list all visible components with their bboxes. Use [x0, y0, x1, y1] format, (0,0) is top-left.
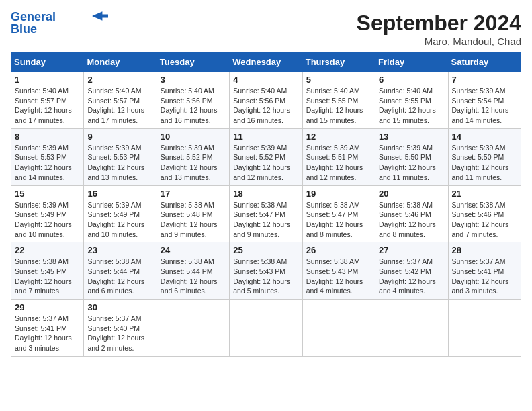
day-info: Sunrise: 5:39 AM Sunset: 5:49 PM Dayligh… — [87, 200, 152, 240]
day-number: 26 — [306, 245, 371, 255]
day-number: 6 — [379, 75, 444, 85]
day-info: Sunrise: 5:39 AM Sunset: 5:49 PM Dayligh… — [15, 200, 80, 240]
day-info: Sunrise: 5:37 AM Sunset: 5:41 PM Dayligh… — [15, 314, 80, 353]
logo: General Blue — [11, 11, 108, 36]
calendar-cell: 3Sunrise: 5:40 AM Sunset: 5:56 PM Daylig… — [157, 72, 229, 129]
calendar-cell: 20Sunrise: 5:38 AM Sunset: 5:46 PM Dayli… — [375, 185, 448, 242]
calendar-body: 1Sunrise: 5:40 AM Sunset: 5:57 PM Daylig… — [11, 72, 521, 357]
calendar-cell: 21Sunrise: 5:38 AM Sunset: 5:46 PM Dayli… — [448, 185, 521, 242]
day-info: Sunrise: 5:38 AM Sunset: 5:46 PM Dayligh… — [452, 200, 517, 240]
day-info: Sunrise: 5:40 AM Sunset: 5:56 PM Dayligh… — [161, 86, 226, 126]
calendar-cell: 15Sunrise: 5:39 AM Sunset: 5:49 PM Dayli… — [11, 185, 84, 242]
day-number: 24 — [161, 245, 226, 255]
day-number: 14 — [452, 132, 517, 142]
weekday-header-monday: Monday — [84, 53, 157, 72]
day-info: Sunrise: 5:38 AM Sunset: 5:44 PM Dayligh… — [87, 257, 152, 296]
day-info: Sunrise: 5:38 AM Sunset: 5:47 PM Dayligh… — [233, 200, 298, 240]
calendar-cell: 29Sunrise: 5:37 AM Sunset: 5:41 PM Dayli… — [11, 300, 84, 357]
day-info: Sunrise: 5:38 AM Sunset: 5:43 PM Dayligh… — [233, 257, 298, 296]
day-number: 20 — [379, 189, 444, 199]
day-number: 1 — [15, 75, 80, 85]
calendar-cell: 13Sunrise: 5:39 AM Sunset: 5:50 PM Dayli… — [375, 128, 448, 185]
calendar-cell: 17Sunrise: 5:38 AM Sunset: 5:48 PM Dayli… — [157, 185, 229, 242]
day-number: 22 — [15, 245, 80, 255]
calendar-cell: 25Sunrise: 5:38 AM Sunset: 5:43 PM Dayli… — [230, 242, 302, 300]
day-info: Sunrise: 5:38 AM Sunset: 5:47 PM Dayligh… — [306, 200, 371, 240]
day-number: 7 — [452, 75, 517, 85]
day-number: 15 — [15, 189, 80, 199]
title-area: September 2024 Maro, Mandoul, Chad — [357, 11, 521, 47]
day-info: Sunrise: 5:38 AM Sunset: 5:44 PM Dayligh… — [161, 257, 226, 296]
calendar-cell: 12Sunrise: 5:39 AM Sunset: 5:51 PM Dayli… — [302, 128, 375, 185]
calendar-cell: 14Sunrise: 5:39 AM Sunset: 5:50 PM Dayli… — [448, 128, 521, 185]
day-info: Sunrise: 5:39 AM Sunset: 5:54 PM Dayligh… — [452, 86, 517, 126]
weekday-header-wednesday: Wednesday — [230, 53, 302, 72]
day-number: 4 — [233, 75, 298, 85]
day-number: 27 — [379, 245, 444, 255]
calendar-cell — [302, 300, 375, 357]
calendar-cell: 27Sunrise: 5:37 AM Sunset: 5:42 PM Dayli… — [375, 242, 448, 300]
day-number: 18 — [233, 189, 298, 199]
weekday-header-sunday: Sunday — [11, 53, 84, 72]
day-number: 5 — [306, 75, 371, 85]
day-number: 17 — [161, 189, 226, 199]
day-info: Sunrise: 5:40 AM Sunset: 5:55 PM Dayligh… — [379, 86, 444, 126]
day-number: 8 — [15, 132, 80, 142]
day-number: 19 — [306, 189, 371, 199]
day-info: Sunrise: 5:39 AM Sunset: 5:50 PM Dayligh… — [379, 143, 444, 183]
calendar-cell: 4Sunrise: 5:40 AM Sunset: 5:56 PM Daylig… — [230, 72, 302, 129]
day-number: 21 — [452, 189, 517, 199]
calendar-cell: 2Sunrise: 5:40 AM Sunset: 5:57 PM Daylig… — [84, 72, 157, 129]
calendar-cell: 22Sunrise: 5:38 AM Sunset: 5:45 PM Dayli… — [11, 242, 84, 300]
day-number: 9 — [87, 132, 152, 142]
day-info: Sunrise: 5:37 AM Sunset: 5:40 PM Dayligh… — [87, 314, 152, 353]
day-info: Sunrise: 5:40 AM Sunset: 5:57 PM Dayligh… — [15, 86, 80, 126]
calendar-cell: 26Sunrise: 5:38 AM Sunset: 5:43 PM Dayli… — [302, 242, 375, 300]
day-number: 2 — [87, 75, 152, 85]
calendar-cell: 7Sunrise: 5:39 AM Sunset: 5:54 PM Daylig… — [448, 72, 521, 129]
weekday-header-thursday: Thursday — [302, 53, 375, 72]
calendar-cell: 10Sunrise: 5:39 AM Sunset: 5:52 PM Dayli… — [157, 128, 229, 185]
calendar-cell: 24Sunrise: 5:38 AM Sunset: 5:44 PM Dayli… — [157, 242, 229, 300]
day-number: 28 — [452, 245, 517, 255]
calendar-cell: 11Sunrise: 5:39 AM Sunset: 5:52 PM Dayli… — [230, 128, 302, 185]
day-info: Sunrise: 5:40 AM Sunset: 5:56 PM Dayligh… — [233, 86, 298, 126]
day-info: Sunrise: 5:40 AM Sunset: 5:55 PM Dayligh… — [306, 86, 371, 126]
calendar-cell: 19Sunrise: 5:38 AM Sunset: 5:47 PM Dayli… — [302, 185, 375, 242]
day-info: Sunrise: 5:39 AM Sunset: 5:53 PM Dayligh… — [15, 143, 80, 183]
day-number: 16 — [87, 189, 152, 199]
page-header: General Blue September 2024 Maro, Mandou… — [11, 11, 521, 47]
calendar-cell — [375, 300, 448, 357]
calendar-cell: 30Sunrise: 5:37 AM Sunset: 5:40 PM Dayli… — [84, 300, 157, 357]
day-number: 10 — [161, 132, 226, 142]
weekday-header-friday: Friday — [375, 53, 448, 72]
day-number: 13 — [379, 132, 444, 142]
location: Maro, Mandoul, Chad — [357, 36, 521, 47]
calendar-week-row: 22Sunrise: 5:38 AM Sunset: 5:45 PM Dayli… — [11, 242, 521, 300]
calendar-cell: 23Sunrise: 5:38 AM Sunset: 5:44 PM Dayli… — [84, 242, 157, 300]
calendar-cell — [230, 300, 302, 357]
day-number: 3 — [161, 75, 226, 85]
day-number: 29 — [15, 302, 80, 312]
day-info: Sunrise: 5:38 AM Sunset: 5:45 PM Dayligh… — [15, 257, 80, 296]
calendar-cell: 1Sunrise: 5:40 AM Sunset: 5:57 PM Daylig… — [11, 72, 84, 129]
day-info: Sunrise: 5:40 AM Sunset: 5:57 PM Dayligh… — [87, 86, 152, 126]
day-info: Sunrise: 5:39 AM Sunset: 5:51 PM Dayligh… — [306, 143, 371, 183]
day-number: 30 — [87, 302, 152, 312]
month-title: September 2024 — [357, 11, 521, 36]
calendar-cell: 16Sunrise: 5:39 AM Sunset: 5:49 PM Dayli… — [84, 185, 157, 242]
calendar-cell: 18Sunrise: 5:38 AM Sunset: 5:47 PM Dayli… — [230, 185, 302, 242]
calendar-cell: 5Sunrise: 5:40 AM Sunset: 5:55 PM Daylig… — [302, 72, 375, 129]
day-number: 25 — [233, 245, 298, 255]
day-number: 11 — [233, 132, 298, 142]
day-info: Sunrise: 5:39 AM Sunset: 5:53 PM Dayligh… — [87, 143, 152, 183]
weekday-header-saturday: Saturday — [448, 53, 521, 72]
weekday-header-tuesday: Tuesday — [157, 53, 229, 72]
calendar-header-row: SundayMondayTuesdayWednesdayThursdayFrid… — [11, 53, 521, 72]
day-info: Sunrise: 5:38 AM Sunset: 5:48 PM Dayligh… — [161, 200, 226, 240]
calendar-week-row: 29Sunrise: 5:37 AM Sunset: 5:41 PM Dayli… — [11, 300, 521, 357]
day-number: 23 — [87, 245, 152, 255]
day-number: 12 — [306, 132, 371, 142]
calendar-week-row: 1Sunrise: 5:40 AM Sunset: 5:57 PM Daylig… — [11, 72, 521, 129]
calendar-cell: 6Sunrise: 5:40 AM Sunset: 5:55 PM Daylig… — [375, 72, 448, 129]
